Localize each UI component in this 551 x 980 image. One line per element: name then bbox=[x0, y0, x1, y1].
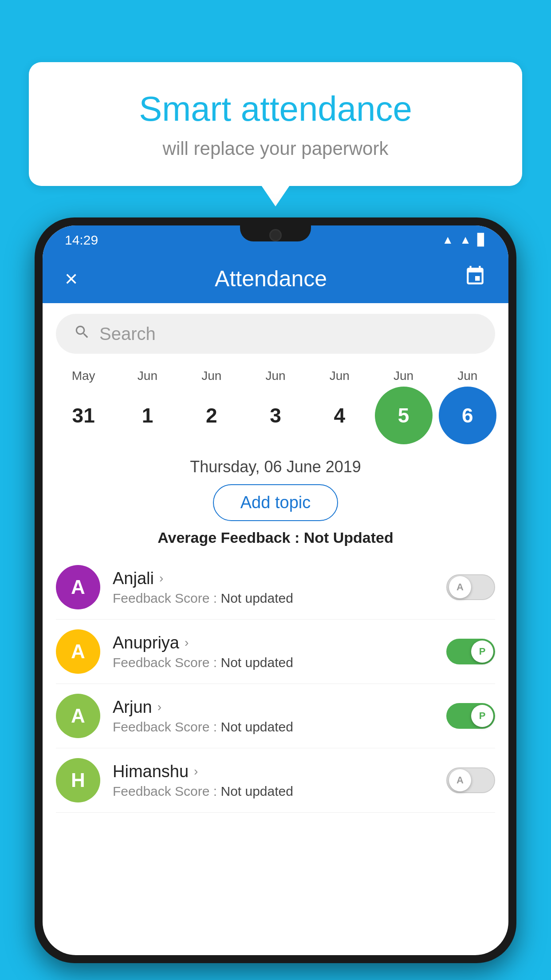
toggle-knob: A bbox=[449, 769, 471, 791]
toggle-knob: P bbox=[471, 705, 493, 727]
chevron-right-icon: › bbox=[194, 764, 198, 778]
attendance-toggle-container[interactable]: A bbox=[446, 767, 495, 793]
student-info: Anupriya › Feedback Score : Not updated bbox=[113, 633, 446, 670]
feedback-value: Not updated bbox=[220, 719, 293, 734]
bubble-subtitle: will replace your paperwork bbox=[64, 138, 487, 159]
avatar: A bbox=[56, 565, 100, 609]
student-info: Himanshu › Feedback Score : Not updated bbox=[113, 762, 446, 799]
status-time: 14:29 bbox=[65, 233, 98, 248]
phone-camera bbox=[269, 229, 282, 241]
attendance-toggle[interactable]: P bbox=[446, 703, 495, 729]
student-info: Arjun › Feedback Score : Not updated bbox=[113, 698, 446, 735]
avg-feedback: Average Feedback : Not Updated bbox=[43, 529, 508, 546]
avatar: A bbox=[56, 629, 100, 674]
attendance-toggle[interactable]: A bbox=[446, 574, 495, 600]
phone-container: 14:29 ▲ ▲ ▊ × Attendance bbox=[35, 217, 516, 980]
avatar: H bbox=[56, 758, 100, 802]
attendance-toggle[interactable]: A bbox=[446, 767, 495, 793]
feedback-value: Not updated bbox=[220, 784, 293, 798]
cal-month-6: Jun bbox=[439, 369, 496, 383]
cal-day-6[interactable]: 6 bbox=[439, 387, 496, 444]
student-name[interactable]: Arjun › bbox=[113, 698, 446, 717]
toggle-knob: P bbox=[471, 640, 493, 663]
cal-day-3[interactable]: 3 bbox=[247, 387, 304, 444]
selected-date: Thursday, 06 June 2019 bbox=[43, 458, 508, 476]
search-bar[interactable]: Search bbox=[56, 314, 495, 354]
list-item: A Anupriya › Feedback Score : Not update… bbox=[56, 620, 495, 684]
student-info: Anjali › Feedback Score : Not updated bbox=[113, 569, 446, 606]
add-topic-button[interactable]: Add topic bbox=[213, 484, 338, 521]
attendance-toggle-container[interactable]: A bbox=[446, 574, 495, 600]
cal-month-5: Jun bbox=[375, 369, 433, 383]
cal-day-4[interactable]: 4 bbox=[311, 387, 368, 444]
app-bar: × Attendance bbox=[43, 254, 508, 303]
student-name[interactable]: Anupriya › bbox=[113, 633, 446, 652]
list-item: A Anjali › Feedback Score : Not updated … bbox=[56, 555, 495, 620]
speech-bubble-section: Smart attendance will replace your paper… bbox=[29, 62, 522, 186]
phone-screen: 14:29 ▲ ▲ ▊ × Attendance bbox=[43, 225, 508, 955]
calendar-button[interactable] bbox=[464, 265, 486, 292]
cal-day-1[interactable]: 1 bbox=[118, 387, 176, 444]
chevron-right-icon: › bbox=[159, 571, 163, 585]
student-feedback: Feedback Score : Not updated bbox=[113, 591, 446, 606]
toggle-knob: A bbox=[449, 576, 471, 598]
cal-month-1: Jun bbox=[118, 369, 176, 383]
cal-month-0: May bbox=[55, 369, 112, 383]
student-name[interactable]: Anjali › bbox=[113, 569, 446, 588]
avg-feedback-label: Average Feedback : bbox=[157, 529, 303, 546]
chevron-right-icon: › bbox=[157, 700, 161, 714]
avg-feedback-value: Not Updated bbox=[304, 529, 394, 546]
student-name[interactable]: Himanshu › bbox=[113, 762, 446, 781]
cal-day-31[interactable]: 31 bbox=[55, 387, 112, 444]
calendar-months-row: May Jun Jun Jun Jun Jun Jun bbox=[43, 364, 508, 385]
cal-day-2[interactable]: 2 bbox=[183, 387, 240, 444]
search-placeholder: Search bbox=[99, 324, 156, 344]
student-feedback: Feedback Score : Not updated bbox=[113, 784, 446, 799]
wifi-icon: ▲ bbox=[442, 233, 454, 247]
attendance-toggle-container[interactable]: P bbox=[446, 639, 495, 664]
student-feedback: Feedback Score : Not updated bbox=[113, 655, 446, 670]
cal-day-5[interactable]: 5 bbox=[375, 387, 433, 444]
status-icons: ▲ ▲ ▊ bbox=[442, 233, 486, 247]
speech-bubble: Smart attendance will replace your paper… bbox=[29, 62, 522, 186]
battery-icon: ▊ bbox=[477, 233, 486, 247]
calendar-days-row: 31 1 2 3 4 5 6 bbox=[43, 385, 508, 453]
student-feedback: Feedback Score : Not updated bbox=[113, 719, 446, 735]
avatar: A bbox=[56, 694, 100, 738]
chevron-right-icon: › bbox=[185, 636, 189, 650]
cal-month-3: Jun bbox=[247, 369, 304, 383]
feedback-value: Not updated bbox=[220, 591, 293, 605]
phone-outer: 14:29 ▲ ▲ ▊ × Attendance bbox=[35, 217, 516, 963]
list-item: H Himanshu › Feedback Score : Not update… bbox=[56, 748, 495, 813]
search-icon bbox=[74, 324, 91, 344]
signal-icon: ▲ bbox=[460, 233, 471, 247]
feedback-value: Not updated bbox=[220, 655, 293, 670]
bubble-title: Smart attendance bbox=[64, 89, 487, 129]
cal-month-2: Jun bbox=[183, 369, 240, 383]
close-button[interactable]: × bbox=[65, 266, 78, 292]
cal-month-4: Jun bbox=[311, 369, 368, 383]
app-title: Attendance bbox=[215, 266, 327, 292]
attendance-toggle[interactable]: P bbox=[446, 639, 495, 664]
attendance-toggle-container[interactable]: P bbox=[446, 703, 495, 729]
student-list: A Anjali › Feedback Score : Not updated … bbox=[43, 555, 508, 813]
list-item: A Arjun › Feedback Score : Not updated P bbox=[56, 684, 495, 748]
